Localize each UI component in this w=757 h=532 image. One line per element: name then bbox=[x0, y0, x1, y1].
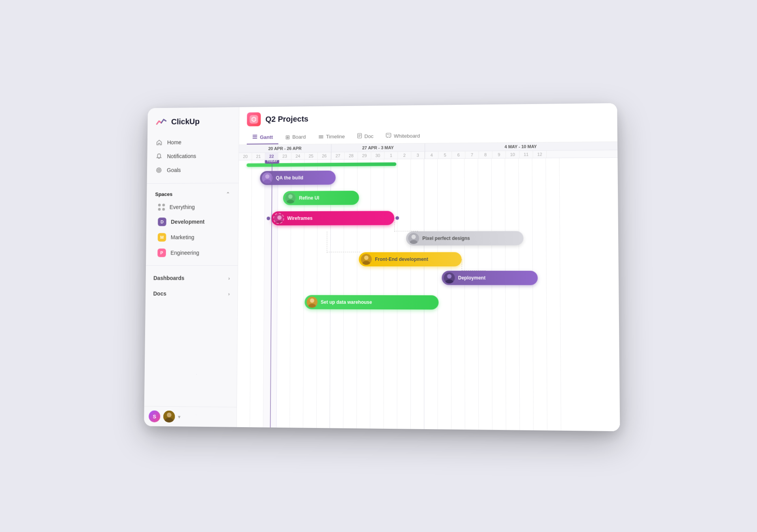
engineering-badge: P bbox=[157, 249, 166, 257]
frontend-label: Front-End development bbox=[375, 257, 428, 262]
day-28: 28 bbox=[345, 152, 358, 159]
refine-bar-avatar bbox=[285, 193, 296, 204]
divider-2 bbox=[146, 265, 238, 266]
wireframes-label: Wireframes bbox=[287, 216, 312, 221]
tab-whiteboard[interactable]: Whiteboard bbox=[380, 129, 425, 143]
gantt-bar-data-warehouse[interactable]: Set up data warehouse bbox=[305, 295, 439, 310]
dep-dot-left bbox=[267, 217, 270, 220]
sidebar: ClickUp Home Notifications bbox=[144, 107, 239, 427]
space-item-development[interactable]: D Development bbox=[149, 214, 235, 229]
timeline-tab-label: Timeline bbox=[326, 134, 345, 140]
top-header: Q2 Projects Gantt ⊞ Board bbox=[239, 103, 617, 145]
gantt-bar-wireframes[interactable]: Wireframes bbox=[271, 211, 394, 225]
doc-tab-label: Doc bbox=[364, 133, 373, 139]
wireframes-bar-avatar bbox=[273, 213, 284, 224]
development-badge: D bbox=[158, 218, 166, 226]
dep-dot-right bbox=[395, 216, 399, 220]
goals-icon bbox=[155, 167, 162, 174]
home-icon bbox=[156, 139, 163, 146]
tab-board[interactable]: ⊞ Board bbox=[280, 130, 311, 144]
day-7: 7 bbox=[465, 151, 479, 158]
tab-doc[interactable]: Doc bbox=[352, 130, 379, 143]
tab-gantt[interactable]: Gantt bbox=[247, 131, 278, 145]
board-tab-label: Board bbox=[292, 134, 306, 140]
project-icon bbox=[247, 112, 261, 126]
tab-timeline[interactable]: Timeline bbox=[313, 130, 351, 144]
deployment-bar-avatar bbox=[444, 272, 455, 283]
gantt-header: 20 APR - 26 APR 20 21 22 23 24 25 26 bbox=[239, 142, 617, 160]
view-tabs: Gantt ⊞ Board Timeline bbox=[247, 128, 610, 145]
project-title: Q2 Projects bbox=[265, 114, 308, 124]
whiteboard-tab-icon bbox=[386, 133, 392, 140]
docs-expand[interactable]: Docs › bbox=[149, 286, 235, 301]
gantt-bar-frontend[interactable]: Front-End development bbox=[359, 252, 462, 266]
svg-rect-12 bbox=[319, 138, 323, 138]
gantt-bar-pixel-perfect[interactable]: Pixel perfect designs bbox=[406, 231, 524, 246]
user-avatar-j[interactable] bbox=[163, 411, 175, 422]
svg-rect-11 bbox=[319, 136, 323, 137]
chevron-down-icon[interactable]: ⌃ bbox=[226, 191, 230, 197]
space-item-engineering[interactable]: P Engineering bbox=[149, 246, 235, 260]
chevron-right-icon-2: › bbox=[228, 291, 229, 297]
space-item-everything[interactable]: Everything bbox=[149, 200, 235, 214]
dep-line-vertical-1 bbox=[394, 218, 395, 232]
dep-line-vertical-2 bbox=[327, 231, 328, 253]
whiteboard-tab-label: Whiteboard bbox=[394, 133, 420, 139]
day-29: 29 bbox=[358, 152, 371, 159]
nav-item-home[interactable]: Home bbox=[152, 135, 234, 149]
today-vertical-line: TODAY bbox=[270, 160, 272, 427]
app-container: ClickUp Home Notifications bbox=[144, 103, 620, 432]
svg-point-2 bbox=[158, 170, 159, 171]
day-10: 10 bbox=[506, 151, 519, 158]
date-range-1: 20 APR - 26 APR bbox=[239, 144, 331, 153]
gantt-bar-deployment[interactable]: Deployment bbox=[442, 271, 537, 285]
notifications-label: Notifications bbox=[167, 153, 196, 159]
svg-point-37 bbox=[310, 298, 314, 303]
svg-point-25 bbox=[277, 216, 282, 220]
day-25: 25 bbox=[305, 153, 318, 160]
day-2: 2 bbox=[398, 152, 411, 159]
docs-label: Docs bbox=[153, 290, 166, 297]
gantt-tab-label: Gantt bbox=[260, 134, 273, 140]
day-20: 20 bbox=[239, 153, 252, 160]
day-21: 21 bbox=[252, 153, 265, 160]
engineering-label: Engineering bbox=[170, 250, 199, 256]
nav-item-notifications[interactable]: Notifications bbox=[152, 149, 234, 164]
day-27: 27 bbox=[332, 152, 345, 159]
qa-bar-avatar bbox=[262, 173, 273, 184]
day-23: 23 bbox=[278, 153, 291, 160]
gantt-area: 20 APR - 26 APR 20 21 22 23 24 25 26 bbox=[237, 142, 620, 431]
dashboards-expand[interactable]: Dashboards › bbox=[149, 271, 235, 285]
deployment-label: Deployment bbox=[458, 275, 486, 281]
svg-rect-10 bbox=[319, 135, 323, 136]
day-11: 11 bbox=[520, 151, 533, 158]
svg-rect-17 bbox=[386, 133, 391, 137]
gantt-bar-refine-ui[interactable]: Refine UI bbox=[283, 191, 359, 205]
board-tab-icon: ⊞ bbox=[285, 134, 290, 140]
day-6: 6 bbox=[452, 151, 465, 158]
marketing-badge: M bbox=[158, 233, 166, 242]
pixel-perfect-label: Pixel perfect designs bbox=[422, 236, 470, 241]
dashboards-label: Dashboards bbox=[153, 275, 185, 281]
user-dropdown-arrow[interactable]: ▾ bbox=[178, 414, 181, 420]
date-range-2: 27 APR - 3 MAY bbox=[332, 143, 425, 153]
user-area: S ▾ bbox=[144, 406, 237, 427]
bell-icon bbox=[156, 153, 163, 160]
day-22: 22 bbox=[265, 153, 278, 160]
refine-ui-label: Refine UI bbox=[299, 195, 319, 201]
chevron-right-icon: › bbox=[228, 275, 230, 281]
day-3: 3 bbox=[411, 152, 425, 159]
gantt-body: TODAY QA the build bbox=[237, 158, 620, 431]
dep-line-vertical-3 bbox=[462, 259, 462, 271]
spaces-section-header: Spaces ⌃ bbox=[147, 188, 238, 201]
goals-label: Goals bbox=[167, 167, 181, 173]
dep-line-horiz-2 bbox=[327, 252, 360, 253]
svg-rect-9 bbox=[253, 138, 257, 139]
svg-point-28 bbox=[412, 234, 416, 239]
svg-point-34 bbox=[447, 274, 451, 279]
space-item-marketing[interactable]: M Marketing bbox=[149, 230, 235, 245]
nav-item-goals[interactable]: Goals bbox=[151, 163, 234, 177]
user-avatar-s[interactable]: S bbox=[149, 410, 160, 422]
day-26: 26 bbox=[318, 153, 331, 160]
spaces-label: Spaces bbox=[155, 191, 172, 197]
